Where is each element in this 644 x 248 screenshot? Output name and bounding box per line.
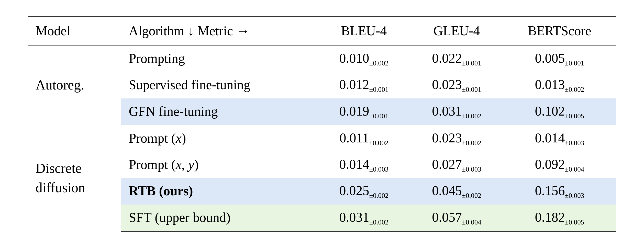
header-model: Model <box>28 17 121 45</box>
bert-value-cell: 0.013±0.002 <box>503 72 616 98</box>
bert-value-cell: 0.092±0.004 <box>503 152 616 178</box>
bleu4-value-cell: 0.025±0.002 <box>318 178 410 204</box>
algorithm-cell: Supervised fine-tuning <box>121 72 318 98</box>
gleu4-value-cell: 0.031±0.002 <box>410 98 503 125</box>
algorithm-cell: GFN fine-tuning <box>121 98 318 125</box>
bleu4-value-cell: 0.019±0.001 <box>318 98 410 125</box>
bert-value-cell: 0.014±0.003 <box>503 125 616 152</box>
bert-value-cell: 0.182±0.005 <box>503 205 616 231</box>
gleu4-value-cell: 0.023±0.002 <box>410 125 503 152</box>
algorithm-cell: SFT (upper bound) <box>121 205 318 231</box>
header-algorithm: Algorithm ↓ Metric → <box>121 17 318 45</box>
table-row: Autoreg.Prompting0.010±0.0020.022±0.0010… <box>28 45 616 72</box>
bert-value-cell: 0.156±0.003 <box>503 178 616 204</box>
gleu4-value-cell: 0.045±0.002 <box>410 178 503 204</box>
model-cell: Discrete diffusion <box>28 125 121 231</box>
bleu4-value-cell: 0.031±0.002 <box>318 205 410 231</box>
results-table: Model Algorithm ↓ Metric → BLEU-4 GLEU-4… <box>28 16 616 232</box>
header-bleu4: BLEU-4 <box>318 17 410 45</box>
gleu4-value-cell: 0.022±0.001 <box>410 45 503 72</box>
table-row: Discrete diffusionPrompt (x)0.011±0.0020… <box>28 125 616 152</box>
bleu4-value-cell: 0.014±0.003 <box>318 152 410 178</box>
algorithm-cell: RTB (ours) <box>121 178 318 204</box>
bleu4-value-cell: 0.011±0.002 <box>318 125 410 152</box>
algorithm-cell: Prompt (x, y) <box>121 152 318 178</box>
algorithm-cell: Prompting <box>121 45 318 72</box>
model-cell: Autoreg. <box>28 45 121 125</box>
gleu4-value-cell: 0.057±0.004 <box>410 205 503 231</box>
bleu4-value-cell: 0.012±0.001 <box>318 72 410 98</box>
header-gleu4: GLEU-4 <box>410 17 503 45</box>
bert-value-cell: 0.005±0.001 <box>503 45 616 72</box>
algorithm-cell: Prompt (x) <box>121 125 318 152</box>
bleu4-value-cell: 0.010±0.002 <box>318 45 410 72</box>
bert-value-cell: 0.102±0.005 <box>503 98 616 125</box>
gleu4-value-cell: 0.027±0.003 <box>410 152 503 178</box>
gleu4-value-cell: 0.023±0.001 <box>410 72 503 98</box>
header-bertscore: BERTScore <box>503 17 616 45</box>
table-container: Model Algorithm ↓ Metric → BLEU-4 GLEU-4… <box>0 0 644 248</box>
